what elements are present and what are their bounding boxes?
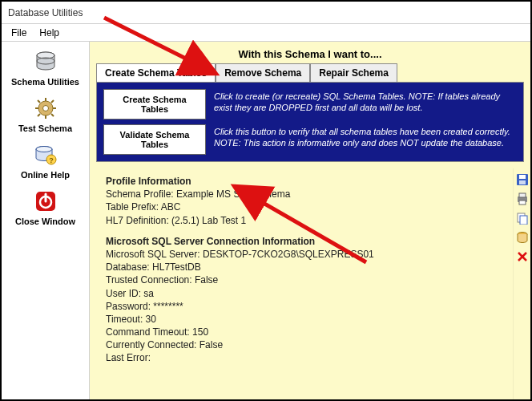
action-panel: Create Schema Tables Click to create (or… [96,82,524,162]
conn-cmd-timeout: Command Timeout: 150 [106,326,510,338]
svg-rect-27 [520,216,527,225]
conn-timeout: Timeout: 30 [106,313,510,326]
svg-line-10 [51,114,54,116]
svg-rect-22 [519,180,526,184]
svg-point-14 [36,147,52,152]
sidebar-online-help[interactable]: ? Online Help [2,138,89,184]
window-title: Database Utilities [8,7,83,18]
conn-connected: Currently Connected: False [106,338,510,351]
database-stack-icon [3,48,87,75]
right-toolbar [513,168,530,399]
sidebar-item-label: Online Help [3,170,87,180]
sidebar-close-window[interactable]: Close Window [2,184,89,231]
sidebar-item-label: Schema Utilities [3,77,87,87]
sidebar-item-label: Test Schema [3,124,87,133]
conn-error: Last Error: [106,351,510,364]
svg-rect-21 [519,175,526,179]
info-text: Profile Information Schema Profile: Exam… [90,168,513,399]
menu-file[interactable]: File [5,26,33,40]
tab-create-schema-tables[interactable]: Create Schema Tables [96,63,216,82]
database-help-icon: ? [3,141,87,168]
profile-heading: Profile Information [106,175,510,188]
validate-schema-tables-desc: Click this button to verify that all sch… [206,124,517,155]
delete-icon[interactable] [516,250,529,263]
svg-line-9 [38,100,40,103]
svg-rect-24 [519,193,526,197]
power-icon [3,188,87,215]
menu-bar: File Help [2,24,530,42]
svg-line-11 [51,100,54,103]
svg-line-12 [38,114,40,116]
menu-help[interactable]: Help [33,26,66,40]
conn-server: Microsoft SQL Server: DESKTOP-7CKO2G8\SQ… [106,248,510,261]
create-schema-tables-button[interactable]: Create Schema Tables [103,89,206,119]
tab-repair-schema[interactable]: Repair Schema [310,63,397,82]
print-icon[interactable] [516,192,529,205]
profile-prefix: Table Prefix: ABC [106,200,510,213]
conn-password: Password: ******** [106,300,510,313]
conn-trusted: Trusted Connection: False [106,273,510,286]
database-icon[interactable] [516,231,529,244]
title-bar: Database Utilities [2,2,530,24]
sidebar: Schema Utilities Test Schema [2,42,90,399]
conn-userid: User ID: sa [106,287,510,300]
tab-label: Create Schema Tables [105,67,207,79]
sidebar-test-schema[interactable]: Test Schema [2,91,89,138]
tab-label: Remove Schema [224,67,301,79]
gear-icon [3,95,87,122]
profile-schema: Schema Profile: Example MS SQL Schema [106,188,510,200]
svg-point-4 [42,106,48,111]
validate-schema-tables-button[interactable]: Validate Schema Tables [103,124,206,155]
button-label: Validate Schema Tables [109,130,200,149]
copy-icon[interactable] [516,212,529,225]
tab-row: Create Schema Tables Remove Schema Repai… [96,63,524,82]
profile-hl7: HL7 Definition: (2.5.1) Lab Test 1 [106,214,510,227]
svg-rect-25 [519,200,526,205]
sidebar-item-label: Close Window [3,217,87,226]
tab-label: Repair Schema [319,67,389,79]
create-schema-tables-desc: Click to create (or recreate) SQL Schema… [206,89,517,119]
sidebar-schema-utilities[interactable]: Schema Utilities [2,45,89,91]
save-icon[interactable] [516,173,529,186]
svg-text:?: ? [49,156,54,164]
conn-heading: Microsoft SQL Server Connection Informat… [106,235,510,248]
content-area: With this Schema I want to.... Create Sc… [90,42,530,399]
content-heading: With this Schema I want to.... [90,42,530,63]
button-label: Create Schema Tables [109,95,200,114]
tab-remove-schema[interactable]: Remove Schema [216,63,310,82]
conn-database: Database: HL7TestDB [106,261,510,273]
